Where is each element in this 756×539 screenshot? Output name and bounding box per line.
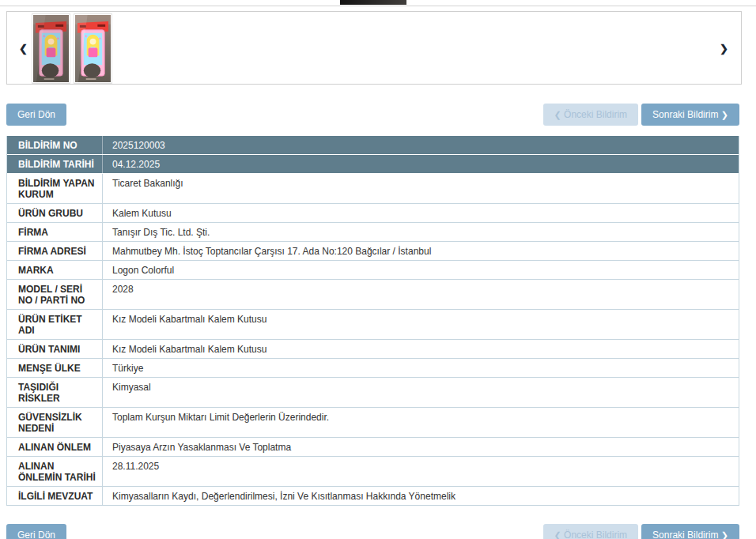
row-label: ÜRÜN GRUBU xyxy=(7,204,103,222)
next-notification-label: Sonraki Bildirim xyxy=(652,109,718,120)
row-value: Kimyasalların Kaydı, Değerlendirilmesi, … xyxy=(103,487,739,505)
row-value: 2025120003 xyxy=(103,136,739,154)
row-value: Mahmutbey Mh. İstoç Toptancılar Çarşısı … xyxy=(103,242,739,260)
table-row: ÜRÜN GRUBUKalem Kutusu xyxy=(7,204,739,223)
row-value: 04.12.2025 xyxy=(103,155,739,173)
table-row: BİLDİRİM TARİHİ04.12.2025 xyxy=(7,155,739,174)
pager-buttons: ❮ Önceki Bildirim Sonraki Bildirim ❯ xyxy=(543,104,740,126)
row-label: İLGİLİ MEVZUAT xyxy=(7,487,103,505)
row-value: Piyasaya Arzın Yasaklanması Ve Toplatma xyxy=(103,438,739,456)
table-row: MARKALogon Colorful xyxy=(7,261,739,280)
row-label: GÜVENSİZLİK NEDENİ xyxy=(7,408,103,437)
row-label: MENŞE ÜLKE xyxy=(7,359,103,377)
row-label: ALINAN ÖNLEM xyxy=(7,438,103,456)
table-row: ALINAN ÖNLEMPiyasaya Arzın Yasaklanması … xyxy=(7,438,739,457)
row-value: 28.11.2025 xyxy=(103,457,739,486)
notification-detail-table: BİLDİRİM NO2025120003BİLDİRİM TARİHİ04.1… xyxy=(6,136,739,506)
table-row: MODEL / SERİ NO / PARTİ NO2028 xyxy=(7,280,739,310)
tabbar-divider xyxy=(0,6,756,6)
row-label: ÜRÜN ETİKET ADI xyxy=(7,310,103,339)
product-thumbnail[interactable] xyxy=(74,13,112,84)
chevron-left-icon: ❮ xyxy=(554,110,561,119)
next-notification-button[interactable]: Sonraki Bildirim ❯ xyxy=(641,104,739,126)
table-row: TAŞIDIĞI RİSKLERKimyasal xyxy=(7,378,739,408)
row-value: 2028 xyxy=(103,280,739,309)
toolbar-bottom: Geri Dön ❮ Önceki Bildirim Sonraki Bildi… xyxy=(6,524,739,539)
table-row: FİRMA ADRESİMahmutbey Mh. İstoç Toptancı… xyxy=(7,242,739,261)
table-row: BİLDİRİM YAPAN KURUMTicaret Bakanlığı xyxy=(7,174,739,204)
row-value: Toplam Kurşun Miktarı Limit Değerlerin Ü… xyxy=(103,408,739,437)
row-label: MODEL / SERİ NO / PARTİ NO xyxy=(7,280,103,309)
previous-notification-button[interactable]: ❮ Önceki Bildirim xyxy=(543,524,639,539)
row-label: BİLDİRİM TARİHİ xyxy=(7,155,103,173)
row-label: MARKA xyxy=(7,261,103,279)
row-value: Tanışır Dış Tic. Ltd. Şti. xyxy=(103,223,739,241)
table-row: ÜRÜN TANIMIKız Modeli Kabartmalı Kalem K… xyxy=(7,340,739,359)
table-row: GÜVENSİZLİK NEDENİToplam Kurşun Miktarı … xyxy=(7,408,739,438)
row-value: Kız Modeli Kabartmalı Kalem Kutusu xyxy=(103,310,739,339)
active-tab[interactable] xyxy=(340,0,406,5)
row-label: FİRMA xyxy=(7,223,103,241)
previous-notification-button[interactable]: ❮ Önceki Bildirim xyxy=(543,104,639,126)
table-row: FİRMATanışır Dış Tic. Ltd. Şti. xyxy=(7,223,739,242)
table-row: ALINAN ÖNLEMİN TARİHİ28.11.2025 xyxy=(7,457,739,487)
previous-notification-label: Önceki Bildirim xyxy=(564,109,627,120)
row-label: BİLDİRİM NO xyxy=(7,136,103,154)
back-button[interactable]: Geri Dön xyxy=(6,104,66,126)
row-value: Kız Modeli Kabartmalı Kalem Kutusu xyxy=(103,340,739,358)
next-notification-button[interactable]: Sonraki Bildirim ❯ xyxy=(641,524,739,539)
pager-buttons: ❮ Önceki Bildirim Sonraki Bildirim ❯ xyxy=(543,524,740,539)
chevron-right-icon: ❯ xyxy=(721,110,728,119)
thumbnail-strip xyxy=(32,13,112,82)
chevron-right-icon: ❯ xyxy=(721,530,728,539)
row-value: Türkiye xyxy=(103,359,739,377)
toolbar-top: Geri Dön ❮ Önceki Bildirim Sonraki Bildi… xyxy=(6,104,739,126)
product-photo-icon xyxy=(75,15,111,82)
row-label: ÜRÜN TANIMI xyxy=(7,340,103,358)
product-thumbnail[interactable] xyxy=(32,13,70,84)
previous-notification-label: Önceki Bildirim xyxy=(564,530,627,539)
row-label: TAŞIDIĞI RİSKLER xyxy=(7,378,103,407)
back-button[interactable]: Geri Dön xyxy=(6,524,66,539)
row-label: ALINAN ÖNLEMİN TARİHİ xyxy=(7,457,103,486)
row-value: Ticaret Bakanlığı xyxy=(103,174,739,203)
row-value: Kimyasal xyxy=(103,378,739,407)
table-row: BİLDİRİM NO2025120003 xyxy=(7,136,739,155)
row-label: FİRMA ADRESİ xyxy=(7,242,103,260)
table-row: İLGİLİ MEVZUATKimyasalların Kaydı, Değer… xyxy=(7,487,739,506)
table-row: ÜRÜN ETİKET ADIKız Modeli Kabartmalı Kal… xyxy=(7,310,739,340)
table-row: MENŞE ÜLKETürkiye xyxy=(7,359,739,378)
row-value: Logon Colorful xyxy=(103,261,739,279)
row-label: BİLDİRİM YAPAN KURUM xyxy=(7,174,103,203)
carousel-next-icon[interactable]: ❯ xyxy=(720,43,728,53)
row-value: Kalem Kutusu xyxy=(103,204,739,222)
next-notification-label: Sonraki Bildirim xyxy=(652,530,718,539)
image-carousel: ❮ xyxy=(6,11,742,85)
product-photo-icon xyxy=(33,15,69,82)
carousel-prev-icon[interactable]: ❮ xyxy=(19,43,28,53)
chevron-left-icon: ❮ xyxy=(554,530,561,539)
